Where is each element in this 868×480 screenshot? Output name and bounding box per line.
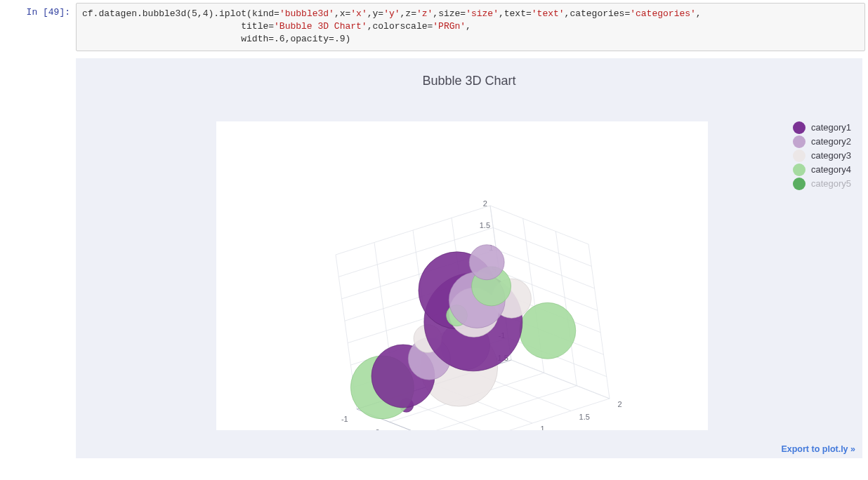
legend-swatch-icon (793, 121, 805, 134)
legend-item-category3[interactable]: category3 (793, 149, 851, 162)
bubble-category4[interactable] (520, 302, 576, 359)
legend-label: category3 (811, 150, 851, 161)
svg-line-20 (588, 244, 610, 399)
legend-swatch-icon (793, 178, 805, 190)
axis-tick-label: 2 (618, 400, 622, 408)
bubble-category2[interactable] (469, 244, 504, 279)
code-input[interactable]: cf.datagen.bubble3d(5,4).iplot(kind='bub… (76, 3, 865, 51)
legend-swatch-icon (793, 135, 805, 148)
prompt-label: In [49]: (0, 3, 76, 51)
legend-label: category5 (811, 178, 851, 189)
legend-item-category1[interactable]: category1 (793, 121, 851, 134)
legend-swatch-icon (793, 149, 805, 162)
svg-line-16 (490, 206, 588, 244)
axis-tick-label: 1.5 (579, 412, 590, 420)
prompt-text: In [49]: (27, 7, 70, 18)
legend-item-category4[interactable]: category4 (793, 164, 851, 176)
scene-3d[interactable]: -101200.511.52-1.5-1-0.500.511.52 (216, 121, 708, 430)
axis-tick-label: 1 (541, 425, 545, 430)
export-link[interactable]: Export to plot.ly » (781, 444, 855, 454)
output-area: Bubble 3D Chart category1category2catego… (76, 58, 868, 458)
legend-label: category4 (811, 164, 851, 175)
chart-title: Bubble 3D Chart (76, 58, 862, 88)
svg-line-9 (511, 360, 610, 399)
axis-tick-label: 1.5 (480, 221, 490, 229)
legend-swatch-icon (793, 164, 805, 176)
plotly-chart[interactable]: Bubble 3D Chart category1category2catego… (76, 58, 862, 458)
svg-line-15 (493, 227, 591, 266)
legend-label: category1 (811, 122, 851, 133)
input-cell: In [49]: cf.datagen.bubble3d(5,4).iplot(… (0, 0, 868, 51)
axis-tick-label: -1 (341, 415, 348, 423)
legend-label: category2 (811, 136, 851, 147)
axis-tick-label: 0 (375, 427, 379, 429)
legend-item-category2[interactable]: category2 (793, 135, 851, 148)
axis-tick-label: 2 (483, 199, 487, 207)
legend-item-category5[interactable]: category5 (793, 178, 851, 190)
legend[interactable]: category1category2category3category4cate… (793, 121, 851, 192)
